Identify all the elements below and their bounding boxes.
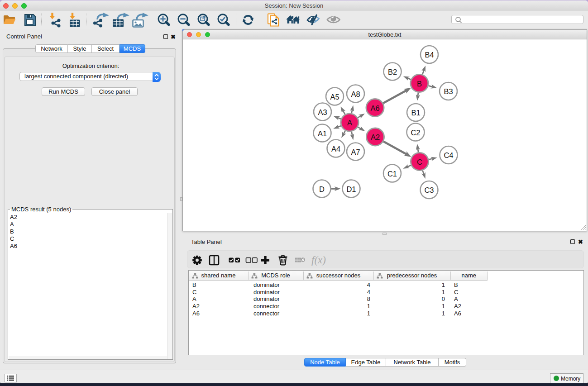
svg-text:A4: A4 <box>331 145 340 153</box>
svg-text:A2: A2 <box>371 133 380 141</box>
svg-text:A: A <box>347 119 352 127</box>
svg-text:A3: A3 <box>318 108 327 116</box>
svg-text:A7: A7 <box>351 148 360 156</box>
svg-text:C2: C2 <box>411 129 420 137</box>
svg-text:A1: A1 <box>318 129 327 138</box>
svg-text:D1: D1 <box>346 185 356 193</box>
svg-text:A6: A6 <box>370 104 379 112</box>
svg-text:C3: C3 <box>424 186 434 194</box>
svg-text:f(x): f(x) <box>311 254 326 266</box>
svg-text:B1: B1 <box>411 109 420 117</box>
svg-text:A5: A5 <box>330 93 339 101</box>
svg-text:A8: A8 <box>351 90 360 98</box>
svg-text:C4: C4 <box>444 151 453 159</box>
svg-text:C1: C1 <box>387 170 397 178</box>
svg-text:B3: B3 <box>444 87 453 95</box>
svg-text:B2: B2 <box>388 68 397 76</box>
svg-text:D: D <box>319 185 325 193</box>
svg-text:B4: B4 <box>425 51 434 59</box>
svg-text:B: B <box>417 80 422 88</box>
svg-text:C: C <box>417 158 422 166</box>
